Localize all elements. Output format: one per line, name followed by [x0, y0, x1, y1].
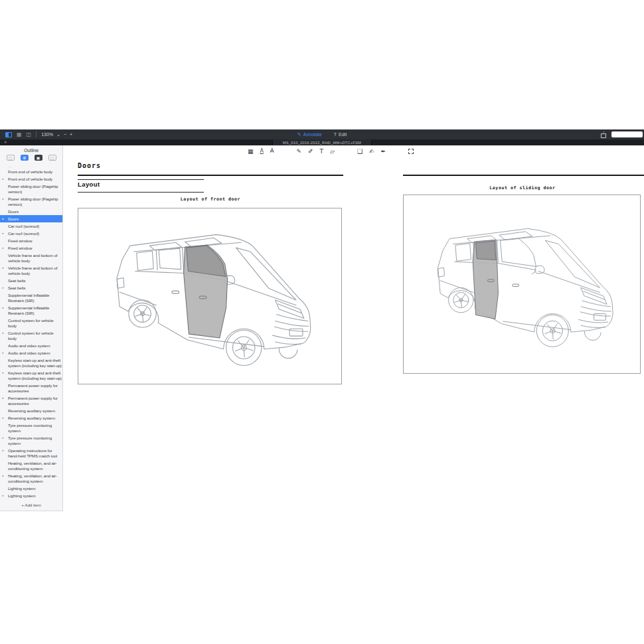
- outline-item[interactable]: ▸Reversing auxiliary system: [0, 414, 62, 422]
- figure1-front-door-diagram: [78, 208, 342, 384]
- view-controls: ▦ ◫ 130% ⌄ − +: [0, 131, 72, 137]
- outline-item-label: Doors: [8, 209, 19, 214]
- outline-item-label: Supplemental Inflatable Restraint (SIR): [8, 305, 49, 315]
- outline-item[interactable]: ▸Tyre pressure monitoring system: [0, 434, 62, 447]
- outline-item[interactable]: ▸Operating instructions for hand-held TP…: [0, 447, 62, 459]
- outline-item[interactable]: ▸Supplemental Inflatable Restraint (SIR): [0, 304, 62, 317]
- sidebar-tab-bookmarks[interactable]: ▢: [7, 155, 15, 161]
- disclosure-arrow-icon[interactable]: ▸: [3, 448, 4, 453]
- outline-item[interactable]: ▸Heating, ventilation, and air-condition…: [0, 472, 62, 485]
- outline-item[interactable]: Supplemental Inflatable Restraint (SIR): [0, 291, 62, 304]
- outline-item[interactable]: ▸Fixed window: [0, 244, 62, 252]
- disclosure-arrow-icon[interactable]: ▸: [3, 493, 4, 499]
- outline-item-label: Seat belts: [8, 278, 26, 283]
- outline-item-label: Car roof (sunroof): [8, 224, 39, 228]
- outline-item-label: Control system for vehicle body: [8, 331, 54, 341]
- outline-item-label: Permanent power supply for accessories: [8, 383, 58, 393]
- close-tab-icon[interactable]: ✕: [4, 141, 7, 145]
- outline-item-label: Power sliding door (Flagship version): [8, 184, 58, 194]
- outline-item-label: Power sliding door (Flagship version): [8, 197, 58, 206]
- outline-item[interactable]: ▸Lighting system: [0, 492, 62, 499]
- disclosure-arrow-icon[interactable]: ▸: [3, 331, 4, 336]
- outline-item[interactable]: ▸Vehicle frame and bottom of vehicle bod…: [0, 264, 62, 277]
- figure1-caption: Layout of front door: [78, 197, 343, 202]
- outline-item-label: Keyless start-up and anti-theft system (…: [8, 370, 62, 380]
- page1-heading: Doors: [78, 162, 101, 169]
- outline-item-label: Permanent power supply for accessories: [8, 396, 58, 406]
- disclosure-arrow-icon[interactable]: ▸: [3, 416, 4, 421]
- outline-item[interactable]: ▸Control system for vehicle body: [0, 329, 62, 342]
- disclosure-arrow-icon[interactable]: ▸: [3, 231, 4, 236]
- disclosure-arrow-icon[interactable]: ▸: [3, 246, 4, 251]
- disclosure-arrow-icon[interactable]: ▸: [3, 396, 4, 401]
- outline-item[interactable]: Control system for vehicle body: [0, 317, 62, 329]
- page1-heading-rule: [78, 175, 343, 176]
- figure2-caption: Layout of sliding door: [403, 185, 642, 191]
- outline-item[interactable]: Heating, ventilation, and air-conditioni…: [0, 459, 62, 472]
- outline-item-label: Heating, ventilation, and air-conditioni…: [8, 461, 57, 471]
- add-item-button[interactable]: + Add item: [0, 500, 62, 511]
- outline-item[interactable]: Seat belts: [0, 277, 62, 284]
- outline-item-label: Lighting system: [8, 486, 36, 491]
- page1-subheading: Layout: [78, 181, 100, 188]
- outline-item[interactable]: ▸Audio and video system: [0, 349, 62, 357]
- disclosure-arrow-icon[interactable]: ▸: [3, 197, 4, 202]
- two-page-view-icon[interactable]: ◫: [27, 132, 32, 137]
- outline-item-label: Doors: [8, 216, 19, 221]
- sidebar-view-tabs: ▢≣▣▢: [0, 155, 62, 163]
- zoom-level-value[interactable]: 130%: [41, 132, 53, 137]
- outline-item-label: Supplemental Inflatable Restraint (SIR): [8, 293, 49, 303]
- outline-item-label: Fixed window: [8, 246, 32, 250]
- outline-item[interactable]: Permanent power supply for accessories: [0, 382, 62, 394]
- disclosure-arrow-icon[interactable]: ▸: [3, 266, 4, 271]
- sidebar-tab-outline[interactable]: ≣: [21, 155, 29, 161]
- outline-item[interactable]: Tyre pressure monitoring system: [0, 422, 62, 434]
- chevron-down-icon[interactable]: ⌄: [56, 132, 60, 137]
- disclosure-arrow-icon[interactable]: ▸: [3, 351, 4, 356]
- disclosure-arrow-icon[interactable]: ▸: [3, 473, 4, 479]
- outline-item[interactable]: ▸Front end of vehicle body: [0, 175, 62, 183]
- outline-item[interactable]: ▸Permanent power supply for accessories: [0, 394, 62, 407]
- outline-item[interactable]: ▸Power sliding door (Flagship version): [0, 195, 62, 208]
- outline-item[interactable]: Vehicle frame and bottom of vehicle body: [0, 252, 62, 264]
- outline-item[interactable]: ▸Keyless start-up and anti-theft system …: [0, 369, 62, 382]
- outline-item[interactable]: Audio and video system: [0, 342, 62, 349]
- outline-item[interactable]: Front end of vehicle body: [0, 168, 62, 175]
- outline-item[interactable]: ▸Seat belts: [0, 284, 62, 291]
- outline-item[interactable]: Fixed window: [0, 237, 62, 244]
- sidebar-toggle-icon[interactable]: [5, 132, 12, 137]
- disclosure-arrow-icon[interactable]: ▸: [3, 370, 4, 376]
- outline-item[interactable]: Car roof (sunroof): [0, 222, 62, 230]
- outline-item-label: Reversing auxiliary system: [8, 416, 55, 420]
- outline-item[interactable]: …: [0, 163, 62, 168]
- outline-item-label: Seat belts: [8, 285, 26, 290]
- sidebar-title: Outline: [0, 145, 62, 155]
- disclosure-arrow-icon[interactable]: ▸: [3, 436, 4, 441]
- outline-item[interactable]: ▸Car roof (sunroof): [0, 230, 62, 237]
- outline-item-label: Vehicle frame and bottom of vehicle body: [8, 266, 57, 276]
- sidebar-tab-pages[interactable]: ▢: [48, 155, 56, 161]
- outline-item[interactable]: Power sliding door (Flagship version): [0, 183, 62, 195]
- disclosure-arrow-icon[interactable]: ▸: [3, 305, 4, 311]
- page2-heading-rule: [403, 175, 644, 176]
- page1-subheading-rule-bottom: [78, 192, 204, 193]
- outline-item-label: Reversing auxiliary system: [8, 408, 55, 413]
- outline-item[interactable]: Lighting system: [0, 485, 62, 492]
- thumbnails-view-icon[interactable]: ▦: [17, 132, 22, 137]
- disclosure-arrow-icon[interactable]: ▸: [3, 216, 4, 222]
- outline-item-label: Control system for vehicle body: [8, 318, 54, 328]
- outline-item-label: Keyless start-up and anti-theft system (…: [8, 358, 62, 368]
- outline-item[interactable]: Doors: [0, 208, 62, 215]
- outline-item-label: Tyre pressure monitoring system: [8, 436, 52, 445]
- toolbar-divider: [36, 131, 37, 137]
- disclosure-arrow-icon[interactable]: ▸: [3, 285, 4, 291]
- outline-item[interactable]: ▸Doors: [0, 215, 62, 222]
- sidebar-tab-annotations[interactable]: ▣: [35, 155, 42, 161]
- outline-item-label: Front end of vehicle body: [8, 169, 52, 174]
- disclosure-arrow-icon[interactable]: ▸: [3, 177, 4, 182]
- outline-item[interactable]: Reversing auxiliary system: [0, 407, 62, 414]
- page1-subheading-rule-top: [78, 179, 204, 180]
- outline-item-label: Tyre pressure monitoring system: [8, 423, 52, 433]
- outline-item[interactable]: Keyless start-up and anti-theft system (…: [0, 357, 62, 369]
- outline-item-label: Fixed window: [8, 238, 32, 243]
